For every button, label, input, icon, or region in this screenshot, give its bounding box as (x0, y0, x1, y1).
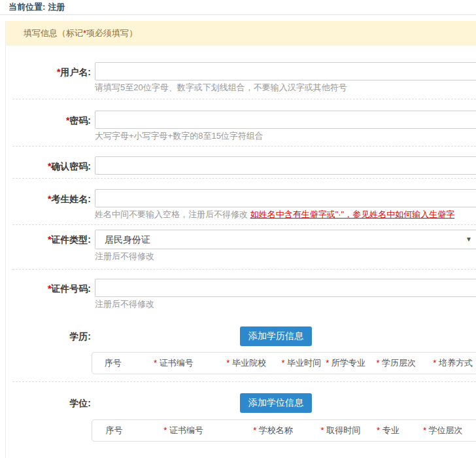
breadcrumb-label: 当前位置: (8, 2, 45, 12)
confirm-password-input[interactable] (95, 156, 476, 175)
id-number-input[interactable] (95, 279, 476, 297)
degree-label: 学位: (6, 393, 91, 413)
id-number-group: *证件号码: 注册后不得修改 (6, 279, 476, 309)
username-input[interactable] (95, 62, 476, 80)
candidate-name-label: *考生姓名: (6, 189, 91, 220)
education-label: 学历: (6, 326, 91, 346)
confirm-password-group: *确认密码: (6, 156, 476, 175)
add-education-button[interactable]: 添加学历信息 (240, 326, 312, 346)
password-input[interactable] (95, 111, 476, 129)
confirm-password-label: *确认密码: (6, 156, 91, 175)
id-type-label: *证件类型: (6, 230, 91, 262)
column-header: * 专业 (366, 420, 410, 441)
education-table-header-row: 序号 * 证书编号 * 毕业院校 * 毕业时间 * 所学专业 * 学历层次 * … (92, 353, 476, 374)
notice-text-before: 填写信息（标记 (24, 28, 83, 38)
degree-table: 序号 * 证书编号 * 学校名称 * 取得时间 * 专业 * 学位层次 操作 (92, 419, 476, 442)
id-type-selected-value: 居民身份证 (105, 234, 150, 245)
candidate-name-group: *考生姓名: 姓名中间不要输入空格，注册后不得修改 如姓名中含有生僻字或"·"，… (6, 189, 476, 220)
form-panel: 填写信息（标记*项必须填写） *用户名: 请填写5至20位字母、数字或下划线组合… (5, 21, 476, 458)
password-label: *密码: (6, 111, 91, 141)
section-divider (12, 224, 476, 225)
degree-table-header-row: 序号 * 证书编号 * 学校名称 * 取得时间 * 专业 * 学位层次 操作 (92, 420, 476, 441)
column-header: * 培养方式 (424, 353, 476, 374)
column-header: * 学校名称 (231, 420, 314, 441)
education-group: 学历: 添加学历信息 (6, 326, 476, 346)
candidate-name-input[interactable] (95, 189, 476, 207)
password-group: *密码: 大写字母+小写字母+数字的8至15位字符组合 (6, 111, 476, 141)
column-header: * 学历层次 (367, 353, 424, 374)
column-header: * 学位层次 (410, 420, 476, 441)
column-header: * 取得时间 (315, 420, 366, 441)
column-header: * 毕业时间 (279, 353, 324, 374)
candidate-name-hint: 姓名中间不要输入空格，注册后不得修改 如姓名中含有生僻字或"·"，参见姓名中如何… (95, 209, 476, 220)
password-hint: 大写字母+小写字母+数字的8至15位字符组合 (95, 131, 476, 141)
education-table: 序号 * 证书编号 * 毕业院校 * 毕业时间 * 所学专业 * 学历层次 * … (92, 352, 476, 374)
column-header: * 所学专业 (324, 353, 368, 374)
notice-text-after: 项必须填写） (86, 28, 137, 38)
add-degree-button[interactable]: 添加学位信息 (240, 393, 312, 413)
username-hint: 请填写5至20位字母、数字或下划线组合，不要输入汉字或其他符号 (95, 82, 476, 93)
rare-character-help-link[interactable]: 如姓名中含有生僻字或"·"，参见姓名中如何输入生僻字 (250, 209, 455, 219)
id-type-group: *证件类型: 居民身份证 ▼ 注册后不得修改 (6, 230, 476, 262)
id-type-select[interactable]: 居民身份证 ▼ (95, 230, 476, 249)
id-type-hint: 注册后不得修改 (95, 251, 476, 262)
notice-bar: 填写信息（标记*项必须填写） (6, 21, 476, 46)
breadcrumb-current-page: 注册 (48, 2, 65, 12)
chevron-down-icon: ▼ (466, 230, 472, 249)
column-header: * 证书编号 (134, 353, 214, 374)
breadcrumb: 当前位置:注册 (0, 0, 476, 15)
username-group: *用户名: 请填写5至20位字母、数字或下划线组合，不要输入汉字或其他符号 (6, 62, 476, 93)
id-number-label: *证件号码: (6, 279, 91, 309)
section-divider (12, 146, 476, 147)
column-header: * 毕业院校 (213, 353, 279, 374)
registration-form: *用户名: 请填写5至20位字母、数字或下划线组合，不要输入汉字或其他符号 *密… (6, 46, 476, 442)
id-number-hint: 注册后不得修改 (95, 299, 476, 309)
degree-group: 学位: 添加学位信息 (6, 393, 476, 413)
column-header: 序号 (92, 420, 136, 441)
section-divider (12, 381, 476, 382)
column-header: * 证书编号 (136, 420, 231, 441)
username-label: *用户名: (6, 62, 91, 93)
section-divider (12, 99, 476, 99)
section-divider (12, 178, 476, 179)
section-divider (12, 269, 476, 270)
column-header: 序号 (92, 353, 134, 374)
